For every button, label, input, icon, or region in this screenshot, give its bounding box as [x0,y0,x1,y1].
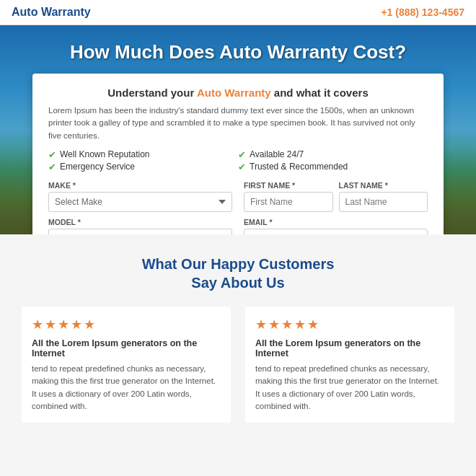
form-right-col: FIRST NAME * LAST NAME * EMAIL * PHONE * [244,181,428,234]
form-card-description: Lorem Ipsum has been the industry's stan… [48,105,428,142]
testimonial-text-2: tend to repeat predefined chunks as nece… [255,363,444,413]
email-label: EMAIL * [244,218,428,226]
feature-label-1: Well Known Reputation [60,149,150,159]
email-field-group: EMAIL * [244,218,428,234]
first-name-input[interactable] [244,192,333,212]
form-card: Understand your Auto Warranty and what i… [32,74,444,234]
make-label: MAKE * [48,181,232,190]
testimonials-section: What Our Happy CustomersSay About Us ★★★… [0,234,476,444]
feature-label-2: Emergency Service [60,162,135,172]
testimonials-grid: ★★★★★ All the Lorem Ipsum generators on … [22,307,454,423]
site-header: Auto Warranty +1 (888) 123-4567 [0,0,476,25]
first-name-label: FIRST NAME * [244,181,333,190]
feature-label-3: Available 24/7 [250,149,304,159]
testimonial-text-1: tend to repeat predefined chunks as nece… [32,363,221,413]
last-name-label: LAST NAME * [339,181,428,190]
model-field-group: MODEL * Select Model [48,218,232,234]
check-icon-1: ✔ [48,149,56,160]
check-icon-3: ✔ [238,149,246,160]
email-input[interactable] [244,229,428,234]
site-logo: Auto Warranty [12,6,91,19]
hero-section: How Much Does Auto Warranty Cost? Unders… [0,25,476,234]
feature-item-3: ✔ Available 24/7 [238,149,428,160]
model-select[interactable]: Select Model [48,229,232,234]
features-list: ✔ Well Known Reputation ✔ Available 24/7… [48,149,428,172]
form-card-title: Understand your Auto Warranty and what i… [48,87,428,99]
header-phone[interactable]: +1 (888) 123-4567 [381,6,464,18]
feature-item-1: ✔ Well Known Reputation [48,149,238,160]
first-name-field-group: FIRST NAME * [244,181,333,212]
last-name-field-group: LAST NAME * [339,181,428,212]
feature-item-2: ✔ Emergency Service [48,162,238,172]
testimonials-title: What Our Happy CustomersSay About Us [22,255,454,292]
testimonial-title-2: All the Lorem Ipsum generators on the In… [255,338,444,358]
hero-title: How Much Does Auto Warranty Cost? [70,41,406,63]
stars-1: ★★★★★ [32,317,221,332]
form-columns: MAKE * Select Make MODEL * Select Model … [48,181,428,234]
make-field-group: MAKE * Select Make [48,181,232,212]
make-select[interactable]: Select Make [48,192,232,212]
last-name-input[interactable] [339,192,428,212]
check-icon-4: ✔ [238,162,246,172]
form-card-title-highlight: Auto Warranty [197,87,271,99]
stars-2: ★★★★★ [255,317,444,332]
model-label: MODEL * [48,218,232,226]
testimonial-title-1: All the Lorem Ipsum generators on the In… [32,338,221,358]
testimonial-card-1: ★★★★★ All the Lorem Ipsum generators on … [22,307,231,423]
feature-item-4: ✔ Trusted & Recommended [238,162,428,172]
testimonial-card-2: ★★★★★ All the Lorem Ipsum generators on … [245,307,454,423]
form-left-col: MAKE * Select Make MODEL * Select Model … [48,181,232,234]
check-icon-2: ✔ [48,162,56,172]
feature-label-4: Trusted & Recommended [250,162,348,172]
